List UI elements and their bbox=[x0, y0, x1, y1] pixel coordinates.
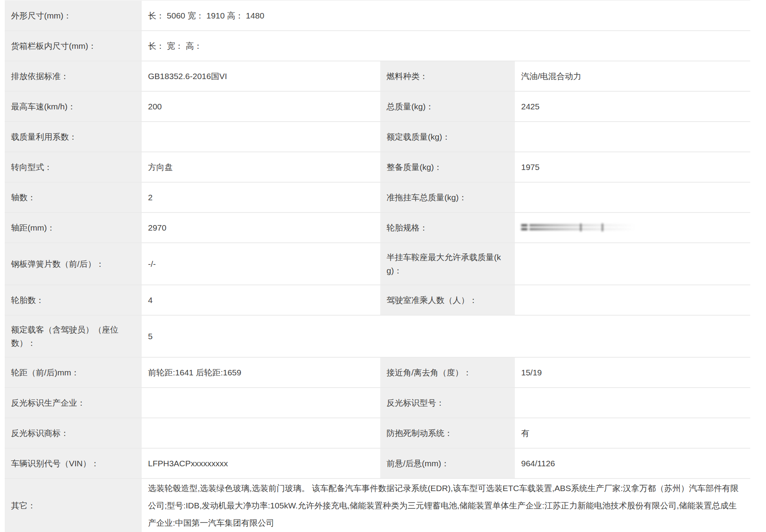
overhang-value: 964/1126 bbox=[515, 448, 750, 478]
table-row: 排放依据标准： GB18352.6-2016国VI 燃料种类： 汽油/电混合动力 bbox=[5, 61, 750, 91]
tire-count-label: 轮胎数： bbox=[5, 285, 142, 315]
table-row: 载质量利用系数： 额定载质量(kg)： bbox=[5, 122, 750, 152]
table-row: 反光标识生产企业： 反光标识型号： bbox=[5, 388, 750, 418]
cargo-box-inner-dimensions-label: 货箱栏板内尺寸(mm)： bbox=[5, 31, 142, 61]
axle-count-label: 轴数： bbox=[5, 182, 142, 212]
vin-label: 车辆识别代号（VIN）： bbox=[5, 448, 142, 478]
tire-spec-value bbox=[515, 212, 750, 243]
table-row: 转向型式： 方向盘 整备质量(kg)： 1975 bbox=[5, 152, 750, 182]
reflective-marking-manufacturer-value bbox=[142, 388, 380, 418]
max-speed-value: 200 bbox=[142, 91, 380, 122]
table-row: 钢板弹簧片数（前/后）： -/- 半挂车鞍座最大允许承载质量(kg)： bbox=[5, 243, 750, 285]
table-row: 轮胎数： 4 驾驶室准乘人数（人）： bbox=[5, 285, 750, 315]
gross-mass-label: 总质量(kg)： bbox=[380, 91, 515, 122]
steering-type-label: 转向型式： bbox=[5, 152, 142, 182]
other-value: 选装轮毂造型,选装绿色玻璃,选装前门玻璃。 该车配备汽车事件数据记录系统(EDR… bbox=[142, 478, 750, 532]
tire-count-value: 4 bbox=[142, 285, 380, 315]
emission-standard-value: GB18352.6-2016国VI bbox=[142, 61, 380, 91]
curb-mass-value: 1975 bbox=[515, 152, 750, 182]
wheelbase-label: 轴距(mm)： bbox=[5, 212, 142, 243]
saddle-max-load-value bbox=[515, 243, 750, 285]
reflective-marking-model-label: 反光标识型号： bbox=[380, 388, 515, 418]
overhang-label: 前悬/后悬(mm)： bbox=[380, 448, 515, 478]
load-utilization-factor-value bbox=[142, 122, 380, 152]
table-row: 反光标识商标： 防抱死制动系统： 有 bbox=[5, 418, 750, 448]
rated-load-mass-value bbox=[515, 122, 750, 152]
tire-spec-redacted-blur bbox=[521, 223, 636, 233]
vehicle-spec-table: 外形尺寸(mm)： 长： 5060 宽： 1910 高： 1480 货箱栏板内尺… bbox=[5, 0, 750, 532]
cab-passengers-value bbox=[515, 285, 750, 315]
gross-mass-value: 2425 bbox=[515, 91, 750, 122]
trailer-gross-mass-label: 准拖挂车总质量(kg)： bbox=[380, 182, 515, 212]
vin-value: LFPH3ACPxxxxxxxxx bbox=[142, 448, 380, 478]
fuel-type-value: 汽油/电混合动力 bbox=[515, 61, 750, 91]
load-utilization-factor-label: 载质量利用系数： bbox=[5, 122, 142, 152]
approach-departure-angle-label: 接近角/离去角（度）： bbox=[380, 357, 515, 388]
table-row: 货箱栏板内尺寸(mm)： 长： 宽： 高： bbox=[5, 31, 750, 61]
table-row: 轮距（前/后)mm： 前轮距:1641 后轮距:1659 接近角/离去角（度）：… bbox=[5, 357, 750, 388]
rated-load-mass-label: 额定载质量(kg)： bbox=[380, 122, 515, 152]
cab-passengers-label: 驾驶室准乘人数（人）： bbox=[380, 285, 515, 315]
table-row: 其它： 选装轮毂造型,选装绿色玻璃,选装前门玻璃。 该车配备汽车事件数据记录系统… bbox=[5, 478, 750, 532]
cargo-box-inner-dimensions-value: 长： 宽： 高： bbox=[142, 31, 750, 61]
saddle-max-load-label: 半挂车鞍座最大允许承载质量(kg)： bbox=[380, 243, 515, 285]
approach-departure-angle-value: 15/19 bbox=[515, 357, 750, 388]
table-row: 轴距(mm)： 2970 轮胎规格： bbox=[5, 212, 750, 243]
emission-standard-label: 排放依据标准： bbox=[5, 61, 142, 91]
rated-passengers-value: 5 bbox=[142, 315, 750, 357]
other-label: 其它： bbox=[5, 478, 142, 532]
exterior-dimensions-value: 长： 5060 宽： 1910 高： 1480 bbox=[142, 0, 750, 31]
tire-spec-label: 轮胎规格： bbox=[380, 212, 515, 243]
table-row: 最高车速(km/h)： 200 总质量(kg)： 2425 bbox=[5, 91, 750, 122]
steering-type-value: 方向盘 bbox=[142, 152, 380, 182]
leaf-springs-value: -/- bbox=[142, 243, 380, 285]
reflective-marking-trademark-label: 反光标识商标： bbox=[5, 418, 142, 448]
reflective-marking-model-value bbox=[515, 388, 750, 418]
reflective-marking-manufacturer-label: 反光标识生产企业： bbox=[5, 388, 142, 418]
curb-mass-label: 整备质量(kg)： bbox=[380, 152, 515, 182]
wheelbase-value: 2970 bbox=[142, 212, 380, 243]
table-row: 车辆识别代号（VIN）： LFPH3ACPxxxxxxxxx 前悬/后悬(mm)… bbox=[5, 448, 750, 478]
abs-system-label: 防抱死制动系统： bbox=[380, 418, 515, 448]
axle-count-value: 2 bbox=[142, 182, 380, 212]
abs-system-value: 有 bbox=[515, 418, 750, 448]
leaf-springs-label: 钢板弹簧片数（前/后）： bbox=[5, 243, 142, 285]
table-row: 外形尺寸(mm)： 长： 5060 宽： 1910 高： 1480 bbox=[5, 0, 750, 31]
fuel-type-label: 燃料种类： bbox=[380, 61, 515, 91]
table-row: 轴数： 2 准拖挂车总质量(kg)： bbox=[5, 182, 750, 212]
exterior-dimensions-label: 外形尺寸(mm)： bbox=[5, 0, 142, 31]
reflective-marking-trademark-value bbox=[142, 418, 380, 448]
rated-passengers-label: 额定载客（含驾驶员）（座位数）： bbox=[5, 315, 142, 357]
track-width-label: 轮距（前/后)mm： bbox=[5, 357, 142, 388]
track-width-value: 前轮距:1641 后轮距:1659 bbox=[142, 357, 380, 388]
table-row: 额定载客（含驾驶员）（座位数）： 5 bbox=[5, 315, 750, 357]
trailer-gross-mass-value bbox=[515, 182, 750, 212]
max-speed-label: 最高车速(km/h)： bbox=[5, 91, 142, 122]
